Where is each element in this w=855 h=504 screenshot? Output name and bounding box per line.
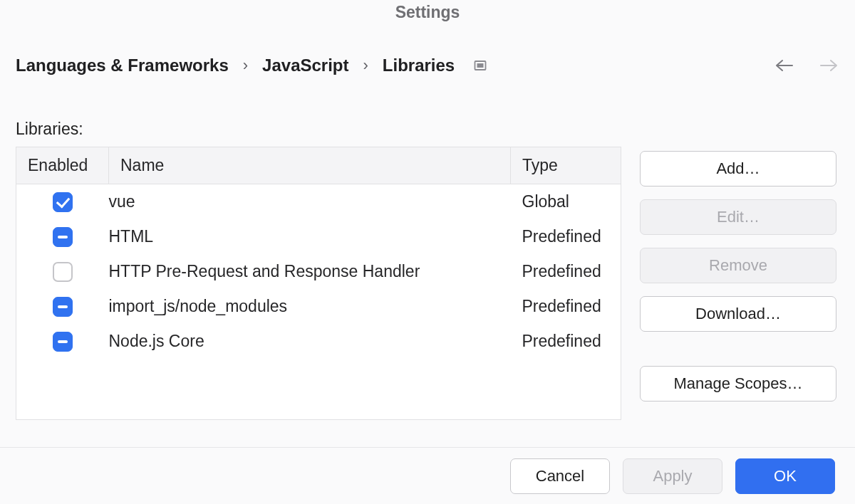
enabled-checkbox[interactable] — [53, 192, 73, 212]
breadcrumb-separator: › — [363, 56, 368, 75]
enabled-checkbox[interactable] — [53, 227, 73, 247]
library-type: Predefined — [511, 219, 621, 254]
view-mode-icon[interactable] — [473, 58, 487, 73]
table-header-row: Enabled Name Type — [16, 147, 621, 184]
table-row[interactable]: HTTP Pre-Request and Response Handler Pr… — [16, 254, 621, 289]
breadcrumb-row: Languages & Frameworks › JavaScript › Li… — [16, 56, 839, 75]
nav-arrows — [774, 58, 839, 73]
library-type: Predefined — [511, 324, 621, 419]
table-row[interactable]: vue Global — [16, 184, 621, 219]
edit-button[interactable]: Edit… — [640, 199, 836, 235]
library-name: import_js/node_modules — [109, 289, 511, 324]
libraries-label: Libraries: — [16, 120, 83, 139]
main-row: Enabled Name Type vue Global HTML Predef… — [16, 147, 836, 420]
table-row[interactable]: Node.js Core Predefined — [16, 324, 621, 419]
col-header-type[interactable]: Type — [511, 147, 621, 184]
manage-scopes-button[interactable]: Manage Scopes… — [640, 366, 836, 401]
library-type: Predefined — [511, 289, 621, 324]
table-row[interactable]: import_js/node_modules Predefined — [16, 289, 621, 324]
button-gap — [640, 345, 836, 353]
library-name: Node.js Core — [109, 324, 511, 419]
nav-forward-icon[interactable] — [819, 58, 839, 73]
svg-rect-1 — [477, 63, 484, 68]
nav-back-icon[interactable] — [774, 58, 794, 73]
col-header-name[interactable]: Name — [109, 147, 511, 184]
enabled-checkbox[interactable] — [53, 297, 73, 317]
enabled-checkbox[interactable] — [53, 332, 73, 352]
library-type: Global — [511, 184, 621, 219]
library-type: Predefined — [511, 254, 621, 289]
enabled-checkbox[interactable] — [53, 262, 73, 282]
breadcrumb-item-libraries[interactable]: Libraries — [383, 56, 455, 75]
side-buttons: Add… Edit… Remove Download… Manage Scope… — [640, 151, 836, 401]
library-name: vue — [109, 184, 511, 219]
add-button[interactable]: Add… — [640, 151, 836, 187]
download-button[interactable]: Download… — [640, 296, 836, 332]
ok-button[interactable]: OK — [735, 458, 835, 494]
breadcrumb: Languages & Frameworks › JavaScript › Li… — [16, 56, 487, 75]
remove-button[interactable]: Remove — [640, 248, 836, 283]
settings-window: Settings Languages & Frameworks › JavaSc… — [0, 0, 855, 504]
col-header-enabled[interactable]: Enabled — [16, 147, 109, 184]
breadcrumb-item-languages-frameworks[interactable]: Languages & Frameworks — [16, 56, 229, 75]
library-name: HTML — [109, 219, 511, 254]
breadcrumb-item-javascript[interactable]: JavaScript — [262, 56, 348, 75]
cancel-button[interactable]: Cancel — [510, 458, 610, 494]
apply-button[interactable]: Apply — [623, 458, 722, 494]
dialog-footer: Cancel Apply OK — [0, 447, 855, 504]
libraries-table: Enabled Name Type vue Global HTML Predef… — [16, 147, 621, 420]
library-name: HTTP Pre-Request and Response Handler — [109, 254, 511, 289]
breadcrumb-separator: › — [243, 56, 248, 75]
table-row[interactable]: HTML Predefined — [16, 219, 621, 254]
window-title: Settings — [0, 3, 855, 22]
